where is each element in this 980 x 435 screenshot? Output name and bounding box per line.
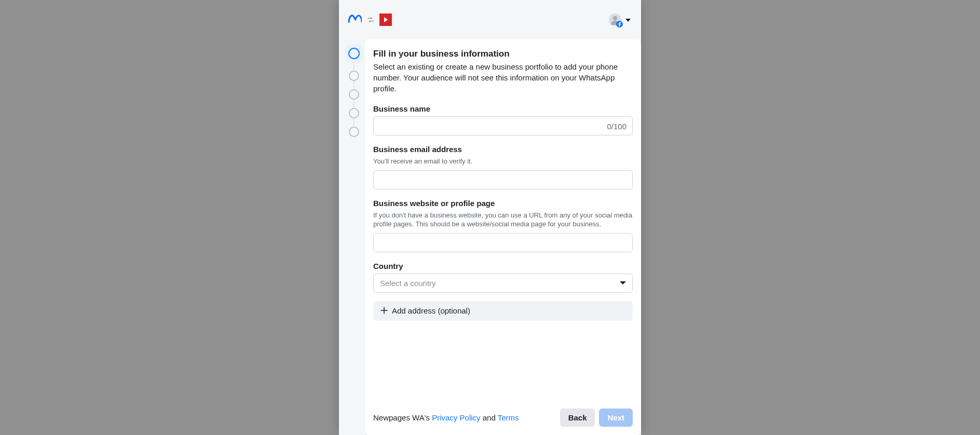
step-1 xyxy=(345,45,363,62)
next-button[interactable]: Next xyxy=(599,409,633,427)
caret-down-icon xyxy=(620,281,626,284)
country-group: Country Select a country xyxy=(373,262,633,293)
footer-legal: Newpages WA's Privacy Policy and Terms xyxy=(373,413,519,422)
footer-prefix: Newpages WA's xyxy=(373,413,432,422)
step-4 xyxy=(349,108,359,118)
business-name-input[interactable] xyxy=(373,116,633,135)
country-select[interactable]: Select a country xyxy=(373,274,633,293)
country-placeholder: Select a country xyxy=(380,279,436,288)
email-group: Business email address You'll receive an… xyxy=(373,145,633,189)
website-input[interactable] xyxy=(373,233,633,252)
step-3 xyxy=(349,89,359,100)
chevron-down-icon[interactable] xyxy=(625,17,631,23)
header-left xyxy=(347,13,392,26)
app-logo-icon xyxy=(379,13,392,26)
business-name-label: Business name xyxy=(373,104,633,113)
step-5 xyxy=(349,127,359,137)
add-address-button[interactable]: Add address (optional) xyxy=(373,301,633,321)
footer-actions: Back Next xyxy=(560,409,633,427)
back-button[interactable]: Back xyxy=(560,409,595,427)
char-count: 0/100 xyxy=(607,121,627,130)
website-group: Business website or profile page If you … xyxy=(373,199,633,252)
avatar[interactable] xyxy=(609,13,621,26)
step-connector xyxy=(353,100,355,108)
step-2 xyxy=(349,71,359,81)
footer-and: and xyxy=(481,413,498,422)
modal-body: Fill in your business information Select… xyxy=(339,39,641,435)
website-label: Business website or profile page xyxy=(373,199,633,208)
modal: Fill in your business information Select… xyxy=(339,0,641,435)
content-card: Fill in your business information Select… xyxy=(365,39,641,435)
modal-header xyxy=(339,0,641,39)
country-label: Country xyxy=(373,262,633,270)
header-right xyxy=(609,13,631,26)
page-title: Fill in your business information xyxy=(373,49,633,59)
website-help: If you don't have a business website, yo… xyxy=(373,211,633,229)
step-connector xyxy=(353,62,355,71)
stepper xyxy=(343,39,365,435)
privacy-link[interactable]: Privacy Policy xyxy=(432,413,480,422)
email-input[interactable] xyxy=(373,170,633,189)
facebook-badge-icon xyxy=(616,21,623,28)
page-subtitle: Select an existing or create a new busin… xyxy=(373,61,633,94)
sync-icon xyxy=(367,16,374,23)
step-connector xyxy=(353,81,355,89)
add-address-label: Add address (optional) xyxy=(392,306,470,315)
terms-link[interactable]: Terms xyxy=(498,413,519,422)
svg-point-0 xyxy=(613,16,617,20)
step-connector xyxy=(353,118,355,127)
email-help: You'll receive an email to verify it. xyxy=(373,157,633,166)
footer: Newpages WA's Privacy Policy and Terms B… xyxy=(373,388,633,427)
business-name-group: Business name 0/100 xyxy=(373,104,633,135)
email-label: Business email address xyxy=(373,145,633,154)
meta-logo-icon xyxy=(347,13,362,26)
plus-icon xyxy=(380,306,388,316)
